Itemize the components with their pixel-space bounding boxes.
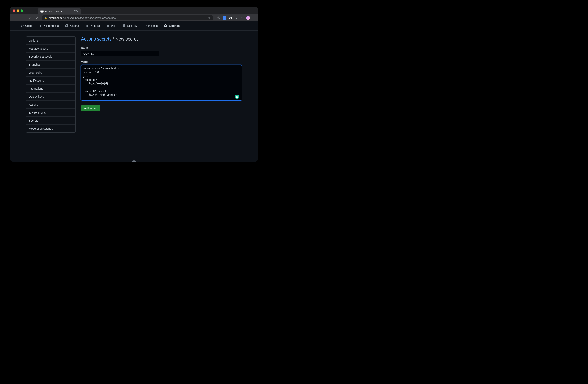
heading-link[interactable]: Actions secrets [81, 37, 111, 41]
maximize-window-button[interactable] [21, 9, 23, 12]
footer: © 2021 GitHub, Inc. Terms Privacy Securi… [23, 155, 245, 162]
bookmark-star-icon[interactable]: ☆ [208, 16, 210, 19]
name-label: Name [81, 46, 246, 49]
close-window-button[interactable] [13, 9, 15, 12]
url-path: /zxnnet/sduhealth/settings/secrets/actio… [62, 16, 116, 19]
sidebar-item-moderation[interactable]: Moderation settings [26, 125, 75, 133]
window-controls [13, 9, 23, 12]
reload-icon[interactable]: ⟳ [27, 16, 32, 20]
sidebar-item-environments[interactable]: Environments [26, 109, 75, 117]
nav-security[interactable]: Security [120, 21, 140, 30]
repo-nav: Code Pull requests Actions Projects Wiki… [10, 21, 258, 31]
secret-name-input[interactable] [81, 51, 159, 56]
url-host: github.com [49, 16, 62, 19]
extension-icon-1[interactable] [223, 16, 226, 19]
sidebar-item-webhooks[interactable]: Webhooks [26, 69, 75, 77]
nav-forward-icon[interactable]: → [20, 16, 25, 19]
github-logo-icon[interactable] [132, 160, 136, 162]
sidebar-item-manage-access[interactable]: Manage access [26, 45, 75, 53]
sidebar-item-branches[interactable]: Branches [26, 61, 75, 69]
extension-icon-3[interactable]: 🛡 [234, 16, 238, 19]
page-heading: Actions secrets / New secret [81, 37, 246, 42]
extension-icon-2[interactable]: 👀 [229, 16, 232, 19]
nav-projects[interactable]: Projects [83, 21, 103, 30]
browser-menu-icon[interactable]: ⋮ [252, 16, 256, 19]
github-favicon [41, 10, 43, 13]
sidebar-item-notifications[interactable]: Notifications [26, 77, 75, 85]
nav-code[interactable]: Code [18, 21, 34, 30]
settings-sidebar: Options Manage access Security & analysi… [26, 37, 76, 133]
nav-actions[interactable]: Actions [63, 21, 82, 30]
tab-title: Actions secrets [45, 10, 62, 13]
browser-window: Actions secrets ✕ + ← → ⟳ ⌂ 🔒 github.com… [10, 7, 258, 162]
extensions-menu-icon[interactable]: ✦ [240, 16, 244, 19]
nav-insights[interactable]: Insights [141, 21, 160, 30]
nav-back-icon[interactable]: ← [12, 16, 18, 19]
browser-toolbar: ← → ⟳ ⌂ 🔒 github.com/zxnnet/sduhealth/se… [10, 14, 258, 21]
grammarly-badge-icon[interactable]: G [235, 95, 239, 99]
titlebar: Actions secrets ✕ + [10, 7, 258, 14]
home-icon[interactable]: ⌂ [34, 16, 40, 19]
nav-pull-requests[interactable]: Pull requests [36, 21, 61, 30]
secret-value-textarea[interactable] [81, 65, 242, 101]
sidebar-item-options[interactable]: Options [26, 37, 75, 45]
nav-settings[interactable]: Settings [162, 21, 182, 30]
sidebar-item-deploy-keys[interactable]: Deploy keys [26, 93, 75, 101]
new-tab-button[interactable]: + [72, 9, 77, 13]
value-label: Value [81, 60, 246, 63]
info-icon[interactable]: ⓘ [217, 16, 220, 19]
main-panel: Actions secrets / New secret Name Value … [81, 37, 246, 133]
toolbar-extensions: ⓘ 👀 🛡 ✦ ⋮ [215, 16, 256, 20]
sidebar-item-integrations[interactable]: Integrations [26, 85, 75, 93]
add-secret-button[interactable]: Add secret [81, 105, 100, 111]
sidebar-item-secrets[interactable]: Secrets [26, 117, 75, 125]
minimize-window-button[interactable] [17, 9, 19, 12]
address-bar[interactable]: 🔒 github.com/zxnnet/sduhealth/settings/s… [42, 15, 213, 20]
sidebar-item-actions[interactable]: Actions [26, 101, 75, 109]
nav-wiki[interactable]: Wiki [104, 21, 119, 30]
profile-avatar[interactable] [246, 16, 250, 20]
sidebar-item-security-analysis[interactable]: Security & analysis [26, 53, 75, 61]
lock-icon: 🔒 [44, 17, 47, 19]
content: Options Manage access Security & analysi… [10, 31, 258, 133]
